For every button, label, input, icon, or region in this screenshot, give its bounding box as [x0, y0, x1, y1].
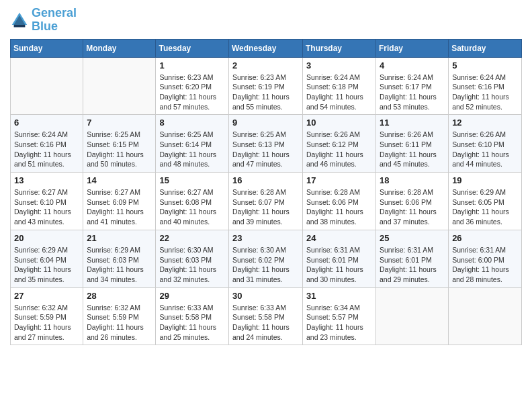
- day-number: 31: [306, 291, 372, 301]
- cell-info: Sunrise: 6:27 AM Sunset: 6:10 PM Dayligh…: [14, 187, 79, 227]
- cell-info: Sunrise: 6:32 AM Sunset: 5:59 PM Dayligh…: [87, 303, 152, 342]
- week-row-5: 27Sunrise: 6:32 AM Sunset: 5:59 PM Dayli…: [11, 287, 522, 345]
- day-number: 20: [14, 233, 79, 243]
- week-row-2: 6Sunrise: 6:24 AM Sunset: 6:16 PM Daylig…: [11, 115, 522, 173]
- day-number: 29: [159, 291, 225, 301]
- cell-info: Sunrise: 6:25 AM Sunset: 6:13 PM Dayligh…: [232, 130, 299, 169]
- day-number: 26: [452, 233, 518, 243]
- calendar-cell: [83, 57, 156, 115]
- cell-info: Sunrise: 6:26 AM Sunset: 6:12 PM Dayligh…: [306, 130, 372, 169]
- calendar-cell: 1Sunrise: 6:23 AM Sunset: 6:20 PM Daylig…: [156, 57, 229, 115]
- week-row-1: 1Sunrise: 6:23 AM Sunset: 6:20 PM Daylig…: [11, 57, 522, 115]
- logo: GeneralBlue: [10, 7, 77, 34]
- day-header-tuesday: Tuesday: [156, 39, 229, 57]
- day-number: 2: [232, 60, 299, 71]
- logo-general: General: [32, 6, 77, 19]
- calendar-cell: 19Sunrise: 6:29 AM Sunset: 6:05 PM Dayli…: [449, 173, 522, 230]
- cell-info: Sunrise: 6:32 AM Sunset: 5:59 PM Dayligh…: [14, 303, 79, 342]
- day-number: 24: [306, 233, 372, 243]
- calendar-cell: 26Sunrise: 6:31 AM Sunset: 6:00 PM Dayli…: [449, 230, 522, 287]
- cell-info: Sunrise: 6:34 AM Sunset: 5:57 PM Dayligh…: [306, 303, 372, 342]
- cell-info: Sunrise: 6:24 AM Sunset: 6:16 PM Dayligh…: [14, 130, 79, 169]
- header: GeneralBlue: [10, 7, 522, 34]
- day-header-sunday: Sunday: [11, 39, 83, 57]
- cell-info: Sunrise: 6:29 AM Sunset: 6:04 PM Dayligh…: [14, 245, 79, 285]
- day-number: 7: [87, 118, 152, 128]
- calendar-cell: 28Sunrise: 6:32 AM Sunset: 5:59 PM Dayli…: [83, 287, 156, 345]
- cell-info: Sunrise: 6:23 AM Sunset: 6:19 PM Dayligh…: [232, 73, 299, 112]
- day-number: 8: [159, 118, 225, 128]
- cell-info: Sunrise: 6:25 AM Sunset: 6:14 PM Dayligh…: [159, 130, 225, 169]
- cell-info: Sunrise: 6:24 AM Sunset: 6:18 PM Dayligh…: [306, 73, 372, 112]
- calendar-cell: 6Sunrise: 6:24 AM Sunset: 6:16 PM Daylig…: [11, 115, 83, 173]
- calendar-cell: 3Sunrise: 6:24 AM Sunset: 6:18 PM Daylig…: [303, 57, 376, 115]
- calendar-cell: 14Sunrise: 6:27 AM Sunset: 6:09 PM Dayli…: [83, 173, 156, 230]
- cell-info: Sunrise: 6:30 AM Sunset: 6:03 PM Dayligh…: [159, 245, 225, 285]
- page: GeneralBlue SundayMondayTuesdayWednesday…: [0, 0, 532, 411]
- calendar-cell: 9Sunrise: 6:25 AM Sunset: 6:13 PM Daylig…: [229, 115, 303, 173]
- day-number: 30: [232, 291, 299, 301]
- day-number: 27: [14, 291, 79, 301]
- cell-info: Sunrise: 6:25 AM Sunset: 6:15 PM Dayligh…: [87, 130, 152, 169]
- day-number: 22: [159, 233, 225, 243]
- calendar-cell: 16Sunrise: 6:28 AM Sunset: 6:07 PM Dayli…: [229, 173, 303, 230]
- day-number: 15: [159, 175, 225, 185]
- day-number: 28: [87, 291, 152, 301]
- cell-info: Sunrise: 6:28 AM Sunset: 6:06 PM Dayligh…: [380, 187, 445, 227]
- day-number: 10: [306, 118, 372, 128]
- cell-info: Sunrise: 6:24 AM Sunset: 6:16 PM Dayligh…: [452, 73, 518, 112]
- week-row-3: 13Sunrise: 6:27 AM Sunset: 6:10 PM Dayli…: [11, 173, 522, 230]
- calendar-cell: 24Sunrise: 6:31 AM Sunset: 6:01 PM Dayli…: [303, 230, 376, 287]
- day-number: 5: [452, 60, 518, 71]
- calendar-cell: 22Sunrise: 6:30 AM Sunset: 6:03 PM Dayli…: [156, 230, 229, 287]
- calendar-cell: 5Sunrise: 6:24 AM Sunset: 6:16 PM Daylig…: [449, 57, 522, 115]
- logo-text: GeneralBlue: [32, 7, 77, 34]
- day-number: 16: [232, 175, 299, 185]
- calendar-cell: [11, 57, 83, 115]
- cell-info: Sunrise: 6:26 AM Sunset: 6:10 PM Dayligh…: [452, 130, 518, 169]
- day-number: 17: [306, 175, 372, 185]
- calendar-cell: 18Sunrise: 6:28 AM Sunset: 6:06 PM Dayli…: [376, 173, 449, 230]
- cell-info: Sunrise: 6:28 AM Sunset: 6:07 PM Dayligh…: [232, 187, 299, 227]
- calendar-cell: [376, 287, 449, 345]
- day-number: 1: [159, 60, 225, 71]
- day-number: 9: [232, 118, 299, 128]
- cell-info: Sunrise: 6:26 AM Sunset: 6:11 PM Dayligh…: [380, 130, 445, 169]
- calendar-cell: 8Sunrise: 6:25 AM Sunset: 6:14 PM Daylig…: [156, 115, 229, 173]
- day-number: 23: [232, 233, 299, 243]
- cell-info: Sunrise: 6:28 AM Sunset: 6:06 PM Dayligh…: [306, 187, 372, 227]
- day-number: 19: [452, 175, 518, 185]
- cell-info: Sunrise: 6:23 AM Sunset: 6:20 PM Dayligh…: [159, 73, 225, 112]
- calendar-cell: 13Sunrise: 6:27 AM Sunset: 6:10 PM Dayli…: [11, 173, 83, 230]
- calendar-cell: 29Sunrise: 6:33 AM Sunset: 5:58 PM Dayli…: [156, 287, 229, 345]
- day-header-monday: Monday: [83, 39, 156, 57]
- cell-info: Sunrise: 6:33 AM Sunset: 5:58 PM Dayligh…: [232, 303, 299, 342]
- day-header-thursday: Thursday: [303, 39, 376, 57]
- calendar-cell: 31Sunrise: 6:34 AM Sunset: 5:57 PM Dayli…: [303, 287, 376, 345]
- calendar-cell: 7Sunrise: 6:25 AM Sunset: 6:15 PM Daylig…: [83, 115, 156, 173]
- day-number: 4: [380, 60, 445, 71]
- day-number: 13: [14, 175, 79, 185]
- day-number: 3: [306, 60, 372, 71]
- calendar-cell: 10Sunrise: 6:26 AM Sunset: 6:12 PM Dayli…: [303, 115, 376, 173]
- day-number: 25: [380, 233, 445, 243]
- calendar-cell: 2Sunrise: 6:23 AM Sunset: 6:19 PM Daylig…: [229, 57, 303, 115]
- svg-rect-2: [14, 25, 26, 28]
- cell-info: Sunrise: 6:31 AM Sunset: 6:01 PM Dayligh…: [306, 245, 372, 285]
- day-header-saturday: Saturday: [449, 39, 522, 57]
- calendar-cell: 15Sunrise: 6:27 AM Sunset: 6:08 PM Dayli…: [156, 173, 229, 230]
- calendar-cell: 11Sunrise: 6:26 AM Sunset: 6:11 PM Dayli…: [376, 115, 449, 173]
- week-row-4: 20Sunrise: 6:29 AM Sunset: 6:04 PM Dayli…: [11, 230, 522, 287]
- logo-icon: [10, 11, 29, 30]
- day-number: 14: [87, 175, 152, 185]
- header-row: SundayMondayTuesdayWednesdayThursdayFrid…: [11, 39, 522, 57]
- cell-info: Sunrise: 6:30 AM Sunset: 6:02 PM Dayligh…: [232, 245, 299, 285]
- cell-info: Sunrise: 6:31 AM Sunset: 6:01 PM Dayligh…: [380, 245, 445, 285]
- logo-blue: Blue: [32, 19, 58, 33]
- calendar-cell: 12Sunrise: 6:26 AM Sunset: 6:10 PM Dayli…: [449, 115, 522, 173]
- day-header-wednesday: Wednesday: [229, 39, 303, 57]
- calendar-cell: 20Sunrise: 6:29 AM Sunset: 6:04 PM Dayli…: [11, 230, 83, 287]
- calendar-cell: 27Sunrise: 6:32 AM Sunset: 5:59 PM Dayli…: [11, 287, 83, 345]
- cell-info: Sunrise: 6:29 AM Sunset: 6:03 PM Dayligh…: [87, 245, 152, 285]
- cell-info: Sunrise: 6:29 AM Sunset: 6:05 PM Dayligh…: [452, 187, 518, 227]
